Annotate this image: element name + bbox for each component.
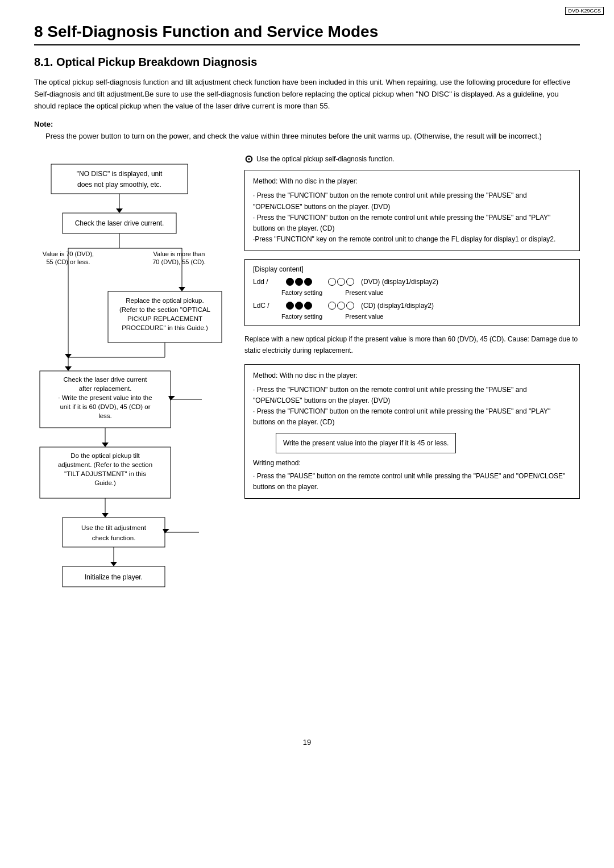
circle-open-1 — [328, 278, 336, 286]
svg-marker-26 — [65, 354, 72, 358]
ldc-circles-filled — [286, 302, 312, 310]
intro-paragraph: The optical pickup self-diagnosis functi… — [34, 77, 580, 112]
svg-text:Replace the optical pickup.: Replace the optical pickup. — [126, 297, 204, 304]
svg-marker-34 — [102, 443, 109, 447]
method-box-1: Method: With no disc in the player: · Pr… — [244, 170, 580, 251]
svg-text:after replacement.: after replacement. — [79, 385, 132, 392]
writing-step-1: · Press the "PAUSE" button on the remote… — [253, 471, 571, 493]
ldc-circle-open-3 — [346, 302, 354, 310]
svg-text:Value is more than: Value is more than — [154, 251, 205, 257]
svg-marker-4 — [116, 208, 123, 213]
ldd-suffix: (DVD) (display1/display2) — [361, 278, 438, 286]
circle-filled-3 — [304, 278, 312, 286]
right-info: ⊙ Use the optical pickup self-diagnosis … — [227, 153, 580, 715]
ldc-row: LdC / (CD) (display1/display2) — [253, 302, 571, 310]
ldc-circle-filled-2 — [295, 302, 303, 310]
svg-text:Guide.): Guide.) — [94, 479, 116, 486]
svg-text:Use the tilt adjustment: Use the tilt adjustment — [81, 524, 147, 531]
svg-marker-18 — [179, 287, 185, 291]
svg-text:"NO DISC" is displayed, unit: "NO DISC" is displayed, unit — [77, 170, 163, 178]
ldc-circle-open-2 — [337, 302, 345, 310]
section-title: 8.1. Optical Pickup Breakdown Diagnosis — [34, 56, 580, 69]
circle-filled-1 — [286, 278, 294, 286]
svg-text:· Write the present value into: · Write the present value into the — [58, 394, 152, 401]
chapter-title: 8 Self-Diagnosis Function and Service Mo… — [34, 23, 580, 45]
svg-marker-46 — [110, 562, 117, 566]
svg-text:Value is 70 (DVD),: Value is 70 (DVD), — [43, 251, 94, 257]
svg-text:Initialize the player.: Initialize the player. — [85, 573, 143, 581]
method2-step2: · Press the "FUNCTION" button on the rem… — [253, 406, 571, 428]
method1-step2: · Press the "FUNCTION" button on the rem… — [253, 212, 571, 234]
writing-method-label: Writing method: — [253, 458, 571, 469]
circle-open-2 — [337, 278, 345, 286]
left-flow: "NO DISC" is displayed, unit does not pl… — [34, 153, 227, 715]
svg-text:Do the optical pickup tilt: Do the optical pickup tilt — [70, 452, 140, 459]
ldc-factory-row: Factory setting Present value — [253, 313, 571, 320]
svg-text:Check the laser drive current.: Check the laser drive current. — [75, 219, 164, 227]
writing-method: Writing method: · Press the "PAUSE" butt… — [253, 458, 571, 493]
svg-rect-0 — [51, 164, 188, 194]
self-diag-label: Use the optical pickup self-diagnosis fu… — [256, 155, 395, 163]
ldc-label: LdC / — [253, 302, 281, 310]
ldc-circle-open-1 — [328, 302, 336, 310]
svg-text:less.: less. — [98, 412, 112, 419]
svg-text:unit if it is 60 (DVD), 45 (CD: unit if it is 60 (DVD), 45 (CD) or — [60, 403, 150, 410]
note-label: Note: — [34, 120, 580, 128]
replace-text: Replace with a new optical pickup if the… — [244, 334, 580, 356]
diagram-area: "NO DISC" is displayed, unit does not pl… — [34, 153, 580, 715]
method1-step3: ·Press "FUNCTION" key on the remote cont… — [253, 234, 571, 245]
svg-text:(Refer to the section "OPTICAL: (Refer to the section "OPTICAL — [119, 306, 211, 313]
ldd-factory-row: Factory setting Present value — [253, 289, 571, 296]
method1-step1: · Press the "FUNCTION" button on the rem… — [253, 190, 571, 212]
ldd-row: Ldd / (DVD) (display1/display2) — [253, 278, 571, 286]
display-content-box: [Display content] Ldd / (DVD — [244, 259, 580, 326]
model-number: DVD-K29GCS — [565, 7, 604, 15]
page-container: DVD-K29GCS 8 Self-Diagnosis Function and… — [0, 0, 614, 781]
svg-text:check function.: check function. — [92, 535, 136, 541]
present-value-label: Present value — [345, 289, 383, 296]
ldd-circles-open — [328, 278, 354, 286]
self-diag-header: ⊙ Use the optical pickup self-diagnosis … — [244, 153, 580, 165]
flow-diagram-svg: "NO DISC" is displayed, unit does not pl… — [34, 158, 227, 715]
ldc-factory-setting: Factory setting — [281, 313, 322, 320]
svg-text:PICKUP REPLACEMENT: PICKUP REPLACEMENT — [127, 315, 202, 322]
method-box-2: Method: With no disc in the player: · Pr… — [244, 364, 580, 499]
note-section: Note: Press the power button to turn on … — [34, 120, 580, 143]
svg-text:does not play smoothly, etc.: does not play smoothly, etc. — [77, 181, 161, 189]
self-diag-symbol: ⊙ — [244, 153, 253, 165]
svg-marker-16 — [65, 366, 72, 371]
svg-text:PROCEDURE" in this Guide.): PROCEDURE" in this Guide.) — [122, 324, 208, 331]
note-text: Press the power button to turn on the po… — [34, 131, 580, 143]
ldc-circles-open — [328, 302, 354, 310]
svg-text:adjustment. (Refer to the sect: adjustment. (Refer to the section — [58, 461, 152, 468]
method2-step1: · Press the "FUNCTION" button on the rem… — [253, 385, 571, 406]
svg-text:55 (CD) or less.: 55 (CD) or less. — [46, 258, 90, 265]
ldc-circle-filled-3 — [304, 302, 312, 310]
ldd-label: Ldd / — [253, 278, 281, 286]
svg-text:Check the laser drive current: Check the laser drive current — [63, 376, 147, 383]
svg-text:"TILT ADJUSTMENT" in this: "TILT ADJUSTMENT" in this — [64, 470, 146, 477]
ldc-circle-filled-1 — [286, 302, 294, 310]
svg-rect-42 — [63, 518, 165, 547]
method1-title: Method: With no disc in the player: — [253, 176, 571, 187]
svg-marker-41 — [102, 513, 109, 518]
method2-title: Method: With no disc in the player: — [253, 370, 571, 381]
circle-open-3 — [346, 278, 354, 286]
write-box: Write the present value into the player … — [276, 433, 456, 453]
ldc-suffix: (CD) (display1/display2) — [361, 302, 434, 310]
ldc-present-value: Present value — [345, 313, 383, 320]
svg-text:70 (DVD), 55 (CD).: 70 (DVD), 55 (CD). — [152, 258, 206, 265]
display-content-label: [Display content] — [253, 265, 571, 273]
factory-setting-label: Factory setting — [281, 289, 322, 296]
page-number: 19 — [34, 738, 580, 746]
ldd-circles-filled — [286, 278, 312, 286]
circle-filled-2 — [295, 278, 303, 286]
